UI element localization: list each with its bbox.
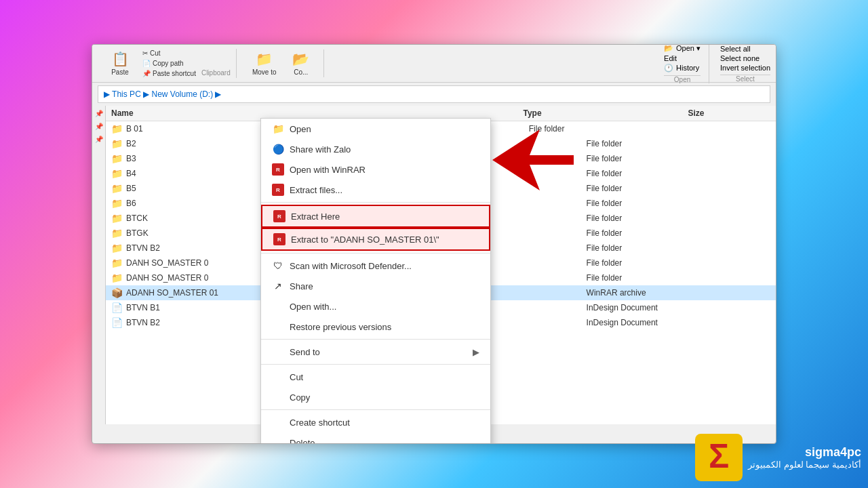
cm-open-with[interactable]: Open with... — [261, 296, 490, 317]
select-group-label: Select — [720, 75, 770, 83]
cm-create-shortcut[interactable]: Create shortcut — [261, 412, 490, 432]
context-menu: 📁 Open 🔵 Share with Zalo R Open with Win… — [260, 118, 491, 444]
toolbar: 📋 Paste ✂ Cut 📄 Copy path 📌 Paste shortc… — [92, 45, 776, 83]
sigma-logo-icon: Σ — [695, 434, 743, 481]
cm-send-to-arrow: ▶ — [473, 347, 479, 357]
folder-icon: 📁 — [111, 258, 122, 268]
file-explorer-window: 📋 Paste ✂ Cut 📄 Copy path 📌 Paste shortc… — [92, 44, 776, 444]
select-none-button[interactable]: Select none — [720, 54, 770, 62]
sigma-text: sigma4pc أكاديمية سيجما لعلوم الكمبيوتر — [748, 445, 861, 470]
cm-restore-icon — [272, 321, 284, 333]
copy-icon: 📂 — [292, 51, 309, 67]
folder-icon: 📁 — [111, 138, 122, 149]
folder-icon: 📁 — [111, 272, 122, 283]
folder-icon: 📁 — [111, 228, 122, 239]
folder-icon: 📁 — [111, 183, 122, 194]
cm-extract-here[interactable]: R Extract Here — [261, 205, 490, 228]
folder-icon: 📁 — [111, 123, 122, 134]
column-type: Type — [524, 108, 688, 118]
paste-shortcut-icon: 📌 — [142, 70, 151, 77]
right-toolbar: 📂 Open ▾ Edit 🕐 History Open Select all … — [664, 44, 770, 83]
copy-to-button[interactable]: 📂 Co... — [284, 49, 318, 77]
sidebar-pin-icon-2[interactable]: 📌 — [94, 121, 104, 131]
sigma-en-label: sigma4pc — [805, 445, 861, 460]
cm-extract-to[interactable]: R Extract to "ADANH SO_MASTER 01\" — [261, 228, 490, 251]
cm-copy[interactable]: Copy — [261, 387, 490, 407]
indesign-icon-2: 📄 — [111, 317, 122, 328]
cm-separator-3 — [261, 339, 490, 340]
cm-share[interactable]: ↗ Share — [261, 276, 490, 296]
red-arrow — [492, 129, 574, 200]
cm-scan[interactable]: 🛡 Scan with Microsoft Defender... — [261, 256, 490, 276]
watermark: Σ sigma4pc أكاديمية سيجما لعلوم الكمبيوت… — [695, 434, 861, 481]
cm-separator-5 — [261, 409, 490, 410]
cm-separator-2 — [261, 253, 490, 253]
cm-share-zalo[interactable]: 🔵 Share with Zalo — [261, 139, 490, 159]
cm-open-icon: 📁 — [272, 123, 284, 135]
cm-scan-icon: 🛡 — [272, 260, 284, 272]
folder-icon: 📁 — [111, 168, 122, 179]
cm-share-icon: ↗ — [272, 280, 284, 292]
move-to-button[interactable]: 📁 Move to — [248, 49, 281, 77]
column-date — [359, 108, 524, 118]
cm-send-to-icon — [272, 346, 284, 358]
sidebar-pin-icon[interactable]: 📌 — [94, 108, 104, 119]
indesign-icon: 📄 — [111, 302, 122, 313]
clipboard-section: 📋 Paste ✂ Cut 📄 Copy path 📌 Paste shortc… — [98, 49, 237, 78]
sidebar-panel: 📌 📌 📌 — [92, 106, 106, 424]
column-name: Name — [111, 108, 359, 118]
copy-path-button[interactable]: 📄 Copy path — [140, 59, 199, 68]
paste-button[interactable]: 📋 Paste — [103, 49, 137, 77]
edit-button[interactable]: Edit — [664, 54, 701, 62]
cm-delete[interactable]: Delete — [261, 432, 490, 444]
folder-icon: 📁 — [111, 243, 122, 253]
cm-open-with-icon — [272, 300, 284, 312]
cm-extract-files-icon: R — [272, 184, 284, 196]
sidebar-pin-icon-3[interactable]: 📌 — [94, 134, 104, 144]
select-group: Select all Select none Invert selection … — [720, 45, 770, 83]
breadcrumb[interactable]: ▶ This PC ▶ New Volume (D:) ▶ — [98, 85, 770, 103]
svg-marker-0 — [492, 129, 574, 190]
paste-shortcut-button[interactable]: 📌 Paste shortcut — [140, 69, 199, 78]
cm-send-to[interactable]: Send to ▶ — [261, 342, 490, 362]
column-size: Size — [688, 108, 771, 118]
organize-section: 📁 Move to 📂 Co... — [242, 49, 324, 77]
open-icon: 📂 — [664, 44, 673, 53]
cm-extract-files[interactable]: R Extract files... — [261, 180, 490, 200]
cm-open[interactable]: 📁 Open — [261, 119, 490, 139]
cm-winrar-icon: R — [272, 163, 284, 176]
folder-icon: 📁 — [111, 198, 122, 209]
cm-delete-icon — [272, 436, 284, 444]
cm-cut[interactable]: Cut — [261, 367, 490, 387]
cm-separator-4 — [261, 364, 490, 365]
open-button[interactable]: 📂 Open ▾ — [664, 44, 701, 53]
cut-button[interactable]: ✂ Cut — [140, 49, 199, 58]
select-all-button[interactable]: Select all — [720, 45, 770, 53]
copy-path-icon: 📄 — [142, 60, 151, 67]
clipboard-label: Clipboard — [201, 69, 231, 78]
move-icon: 📁 — [256, 51, 273, 67]
cm-copy-icon — [272, 391, 284, 403]
history-button[interactable]: 🕐 History — [664, 64, 701, 73]
folder-icon: 📁 — [111, 213, 122, 224]
paste-icon: 📋 — [112, 51, 129, 67]
invert-selection-button[interactable]: Invert selection — [720, 64, 770, 72]
folder-icon: 📁 — [111, 153, 122, 164]
cm-cut-icon — [272, 371, 284, 383]
open-group: 📂 Open ▾ Edit 🕐 History Open — [664, 44, 709, 83]
cm-shortcut-icon — [272, 416, 284, 428]
cm-open-winrar[interactable]: R Open with WinRAR — [261, 159, 490, 180]
cm-zalo-icon: 🔵 — [272, 143, 284, 155]
cm-extract-here-icon: R — [273, 210, 285, 222]
svg-text:Σ: Σ — [709, 436, 729, 475]
cm-restore[interactable]: Restore previous versions — [261, 317, 490, 337]
rar-icon: 📦 — [111, 287, 122, 298]
history-icon: 🕐 — [664, 64, 673, 73]
open-group-label: Open — [664, 75, 701, 83]
cm-extract-to-icon: R — [273, 233, 285, 245]
sigma-ar-label: أكاديمية سيجما لعلوم الكمبيوتر — [748, 460, 861, 470]
cm-separator-1 — [261, 202, 490, 203]
cut-icon: ✂ — [142, 49, 148, 57]
